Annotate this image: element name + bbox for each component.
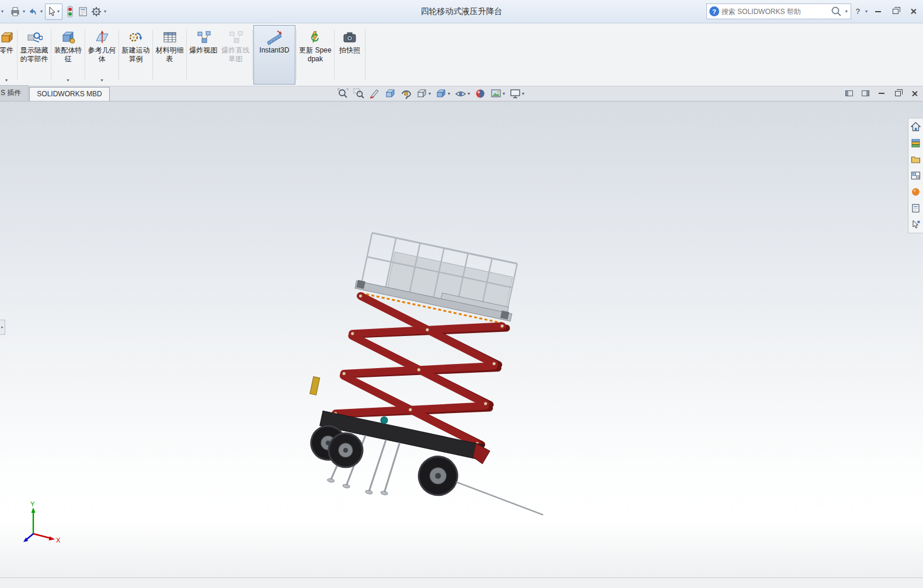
options-button[interactable]: [90, 4, 103, 19]
view-orientation-button[interactable]: ▾: [415, 87, 433, 100]
ribbon-button-insert-component[interactable]: 零件 ▾: [0, 25, 16, 85]
ribbon-separator: [152, 30, 153, 80]
deck-clamp-right: [500, 310, 509, 319]
traffic-light-icon: [66, 6, 74, 18]
deck-clamp-left: [356, 280, 365, 289]
view-palette-button[interactable]: [910, 170, 922, 181]
bom-table-icon: [162, 29, 177, 46]
rebuild-button[interactable]: [64, 4, 76, 19]
apply-scene-button[interactable]: ▾: [489, 87, 507, 100]
print-button[interactable]: [9, 4, 22, 19]
ribbon-separator: [252, 30, 253, 80]
ribbon-separator: [85, 30, 85, 80]
eye-icon: [455, 88, 466, 99]
search-icon[interactable]: [831, 6, 842, 18]
right-pane-icon: [862, 90, 869, 96]
doc-close-button[interactable]: [909, 88, 919, 99]
scissor-lift-model: [292, 227, 593, 530]
printer-icon: [10, 6, 20, 17]
ribbon-label: 新建运动算例: [120, 46, 151, 64]
reference-geometry-icon: [95, 29, 110, 46]
forum-cursor-icon: [911, 220, 921, 229]
left-pane-icon: [845, 90, 853, 96]
print-caret[interactable]: ▾: [22, 9, 26, 14]
ribbon-separator: [365, 30, 365, 80]
monitor-icon: [510, 88, 521, 99]
help-button[interactable]: ?: [854, 7, 862, 16]
ribbon-separator: [119, 30, 119, 80]
zoom-fit-button[interactable]: [336, 87, 350, 100]
tab-solidworks-addins[interactable]: S 插件: [0, 85, 29, 101]
ribbon-button-take-snapshot[interactable]: 拍快照: [335, 25, 364, 85]
explode-line-sketch-icon: [228, 29, 243, 46]
outrigger-feet: [326, 478, 388, 498]
insert-component-icon: [0, 29, 14, 46]
ribbon-separator: [51, 30, 51, 80]
ribbon-button-new-motion-study[interactable]: 新建运动算例: [120, 25, 152, 85]
heads-up-view-toolbar: ▾ ▾ ▾ ▾ ▾: [336, 87, 526, 100]
document-list-icon: [78, 6, 88, 17]
ribbon-button-assembly-features[interactable]: 装配体特征 ▾: [52, 25, 84, 85]
ribbon-button-bill-of-materials[interactable]: 材料明细表: [154, 25, 186, 85]
file-menu-caret[interactable]: ▾: [0, 4, 8, 19]
help-badge-icon[interactable]: ?: [709, 6, 719, 16]
restore-icon: [893, 9, 898, 14]
chevron-down-icon: ▾: [522, 91, 524, 96]
graphics-area[interactable]: Y X ▸: [0, 102, 923, 578]
zoom-area-icon: [353, 88, 364, 99]
doc-minimize-button[interactable]: [876, 88, 887, 99]
expand-right-pane-button[interactable]: [860, 88, 870, 99]
show-hidden-components-icon: [26, 29, 43, 46]
chevron-down-icon: ▾: [468, 91, 470, 96]
minimize-button[interactable]: [870, 5, 886, 18]
ribbon-button-update-speedpak[interactable]: 更新 Speedpak: [297, 25, 333, 85]
document-window-controls: [844, 88, 919, 99]
folder-icon: [911, 155, 921, 164]
triad-x-label: X: [56, 537, 61, 544]
appearance-sphere-icon: [911, 187, 921, 197]
tab-solidworks-mbd[interactable]: SOLIDWORKS MBD: [29, 87, 109, 101]
options-caret[interactable]: ▾: [103, 9, 107, 14]
file-properties-button[interactable]: [76, 4, 89, 19]
view-settings-button[interactable]: ▾: [508, 87, 526, 100]
ribbon-label: 显示隐藏的零部件: [19, 46, 50, 64]
search-caret[interactable]: ▾: [845, 9, 848, 14]
view-selector-button[interactable]: [383, 87, 398, 100]
solidworks-forum-button[interactable]: [910, 219, 922, 230]
doc-restore-button[interactable]: [893, 88, 903, 99]
solidworks-resources-button[interactable]: [910, 121, 922, 132]
ribbon-button-show-hidden-components[interactable]: 显示隐藏的零部件: [18, 25, 50, 85]
hide-show-items-button[interactable]: ▾: [453, 87, 472, 100]
edit-appearance-button[interactable]: [473, 87, 487, 100]
select-caret[interactable]: ▾: [57, 9, 60, 14]
select-tool[interactable]: ▾: [45, 4, 62, 20]
ribbon-button-explode-line-sketch[interactable]: 爆炸直线草图: [220, 25, 252, 85]
ribbon-button-exploded-view[interactable]: 爆炸视图: [187, 25, 220, 85]
titlebar-right: ? ▾ ? ▾: [706, 4, 923, 19]
update-speedpak-icon: [308, 29, 323, 46]
quick-access-toolbar: ▾ ▾ ▾ ▾ ▾: [0, 4, 107, 20]
section-view-button[interactable]: [367, 87, 382, 100]
design-library-button[interactable]: [910, 137, 922, 149]
custom-properties-button[interactable]: [910, 202, 922, 214]
search-box: ? ▾: [706, 4, 851, 19]
expand-left-pane-button[interactable]: [844, 88, 854, 99]
undo-caret[interactable]: ▾: [40, 9, 43, 14]
ribbon-button-instant3d[interactable]: Instant3D: [253, 25, 295, 85]
search-input[interactable]: [722, 8, 828, 16]
ribbon-button-reference-geometry[interactable]: 参考几何体 ▾: [86, 25, 118, 85]
triad-y-label: Y: [30, 501, 35, 508]
help-caret[interactable]: ▾: [865, 9, 868, 14]
file-explorer-button[interactable]: [910, 153, 922, 165]
feature-tree-flyout-handle[interactable]: ▸: [0, 320, 5, 335]
close-button[interactable]: [905, 5, 921, 18]
display-style-button[interactable]: ▾: [434, 87, 452, 100]
undo-button[interactable]: [26, 4, 39, 19]
rotate-view-button[interactable]: [399, 87, 413, 100]
zoom-area-button[interactable]: [351, 87, 366, 100]
ribbon-separator: [186, 30, 187, 80]
restore-button[interactable]: [888, 5, 903, 18]
restore-icon: [895, 91, 901, 96]
appearances-scenes-button[interactable]: [910, 186, 922, 198]
view-orientation-icon: [416, 88, 427, 99]
